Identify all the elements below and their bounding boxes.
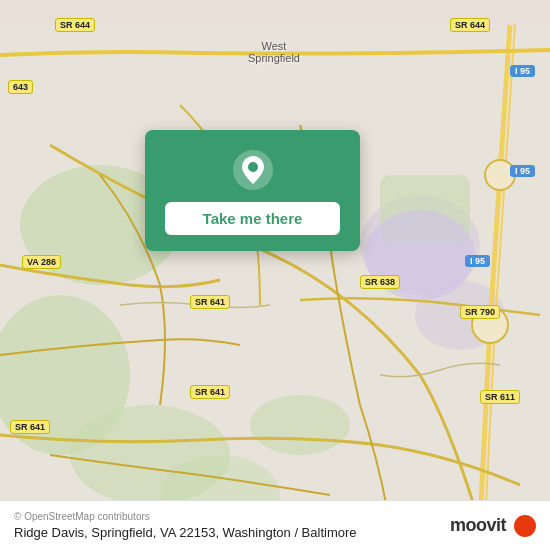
map-background xyxy=(0,0,550,550)
road-label-sr790: SR 790 xyxy=(460,305,500,319)
map-container: SR 644 SR 644 643 SR 641 SR 641 SR 638 S… xyxy=(0,0,550,550)
road-label-sr638: SR 638 xyxy=(360,275,400,289)
place-label-west-springfield: WestSpringfield xyxy=(248,40,300,64)
svg-point-13 xyxy=(248,162,258,172)
road-label-sr641-1: SR 641 xyxy=(190,295,230,309)
highway-label-i95-1: I 95 xyxy=(510,65,535,77)
road-label-va286: VA 286 xyxy=(22,255,61,269)
location-card: Take me there xyxy=(145,130,360,251)
road-label-643: 643 xyxy=(8,80,33,94)
road-label-sr641-3: SR 641 xyxy=(10,420,50,434)
road-label-sr641-2: SR 641 xyxy=(190,385,230,399)
highway-label-i95-2: I 95 xyxy=(510,165,535,177)
svg-point-5 xyxy=(250,395,350,455)
road-label-sr611: SR 611 xyxy=(480,390,520,404)
location-pin-icon xyxy=(231,148,275,192)
moovit-text: moovit xyxy=(450,515,506,536)
bottom-left-info: © OpenStreetMap contributors Ridge Davis… xyxy=(14,511,357,540)
moovit-dot-icon xyxy=(514,515,536,537)
location-title: Ridge Davis, Springfield, VA 22153, Wash… xyxy=(14,525,357,540)
copyright-text: © OpenStreetMap contributors xyxy=(14,511,357,522)
moovit-logo: moovit xyxy=(450,515,536,537)
road-label-sr644-1: SR 644 xyxy=(55,18,95,32)
take-me-there-button[interactable]: Take me there xyxy=(165,202,340,235)
highway-label-i95-3: I 95 xyxy=(465,255,490,267)
road-label-sr644-2: SR 644 xyxy=(450,18,490,32)
bottom-bar: © OpenStreetMap contributors Ridge Davis… xyxy=(0,500,550,550)
